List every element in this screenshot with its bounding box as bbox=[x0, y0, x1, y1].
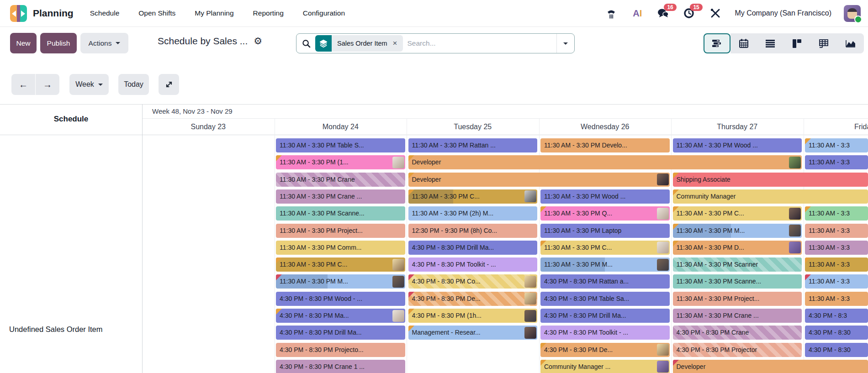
view-list-button[interactable] bbox=[757, 33, 784, 53]
shift-pill[interactable]: 12:30 PM - 9:30 PM (8h) Co... bbox=[408, 224, 538, 238]
shift-pill[interactable]: 4:30 PM - 8:30 PM Toolkit - ... bbox=[408, 257, 538, 272]
view-calendar-button[interactable] bbox=[730, 33, 757, 53]
view-gantt-button[interactable] bbox=[704, 33, 730, 53]
view-graph-button[interactable] bbox=[837, 33, 864, 53]
tools-debug-icon[interactable] bbox=[709, 6, 722, 20]
gantt-row-label[interactable]: Undefined Sales Order Item bbox=[9, 325, 103, 334]
shift-pill[interactable]: 11:30 AM - 3:30 PM Scanner bbox=[673, 257, 802, 272]
shift-pill[interactable]: 4:30 PM - 8:30 PM Co... bbox=[408, 274, 538, 289]
shift-pill[interactable]: 4:30 PM - 8:30 PM De... bbox=[408, 292, 538, 306]
search-bar[interactable]: Sales Order Item × Search... bbox=[296, 33, 575, 53]
shift-pill[interactable]: 11:30 AM - 3:30 PM Scanne... bbox=[673, 274, 802, 289]
search-options-toggle[interactable] bbox=[556, 34, 574, 53]
shift-pill[interactable]: 4:30 PM - 8:30 PM Projecto... bbox=[276, 343, 405, 357]
user-avatar[interactable] bbox=[844, 5, 861, 22]
shift-pill[interactable]: 11:30 AM - 3:3 bbox=[805, 206, 868, 221]
new-button[interactable]: New bbox=[10, 33, 37, 53]
shift-pill[interactable]: 4:30 PM - 8:30 PM Toolkit - ... bbox=[540, 326, 670, 340]
messages-icon[interactable]: 16 bbox=[656, 6, 670, 20]
shift-pill[interactable]: 11:30 AM - 3:30 PM Crane ... bbox=[673, 309, 802, 323]
menu-reporting[interactable]: Reporting bbox=[253, 9, 284, 17]
shift-pill[interactable]: 11:30 AM - 3:30 PM Project... bbox=[673, 292, 802, 306]
unpublished-corner-icon bbox=[276, 155, 282, 161]
shift-pill[interactable]: 11:30 AM - 3:3 bbox=[805, 257, 868, 272]
shift-pill[interactable]: 11:30 AM - 3:30 PM Rattan ... bbox=[408, 138, 538, 152]
shift-pill[interactable]: Management - Resear... bbox=[408, 326, 538, 340]
shift-pill[interactable]: 4:30 PM - 8:30 bbox=[805, 343, 868, 357]
shift-pill[interactable]: 4:30 PM - 8:30 PM Drill Ma... bbox=[408, 241, 538, 255]
shift-pill[interactable]: 11:30 AM - 3:30 PM Crane ... bbox=[276, 189, 405, 204]
shift-pill[interactable]: 11:30 AM - 3:30 PM C... bbox=[408, 189, 538, 204]
shift-pill[interactable]: 4:30 PM - 8:30 PM Drill Ma... bbox=[540, 309, 670, 323]
shift-pill[interactable]: 4:30 PM - 8:30 PM Crane bbox=[673, 326, 802, 340]
menu-open-shifts[interactable]: Open Shifts bbox=[138, 9, 175, 17]
shift-pill[interactable]: Developer bbox=[408, 155, 802, 169]
next-week-button[interactable]: → bbox=[36, 74, 59, 95]
shift-pill[interactable]: 11:30 AM - 3:30 PM Laptop bbox=[540, 224, 670, 238]
app-name[interactable]: Planning bbox=[33, 8, 74, 19]
shift-pill[interactable]: 4:30 PM - 8:30 PM De... bbox=[540, 343, 670, 357]
shift-pill[interactable]: 11:30 AM - 3:3 bbox=[805, 274, 868, 289]
actions-dropdown[interactable]: Actions bbox=[80, 33, 128, 53]
shift-pill[interactable]: 11:30 AM - 3:30 PM Comm... bbox=[276, 241, 405, 255]
search-input-area[interactable]: Sales Order Item × Search... bbox=[296, 34, 556, 53]
shift-pill[interactable]: 11:30 AM - 3:30 PM (1... bbox=[276, 155, 405, 169]
shift-pill[interactable]: 11:30 AM - 3:30 PM Wood ... bbox=[673, 138, 802, 152]
shift-pill[interactable]: Community Manager ... bbox=[540, 360, 670, 373]
shift-pill[interactable]: 4:30 PM - 8:30 PM Drill Ma... bbox=[276, 326, 405, 340]
expand-button[interactable] bbox=[159, 74, 179, 95]
shift-pill[interactable]: 11:30 AM - 3:30 PM Q... bbox=[540, 206, 670, 221]
view-pivot-button[interactable] bbox=[810, 33, 837, 53]
voip-phone-icon[interactable] bbox=[604, 6, 618, 20]
shift-pill[interactable]: 11:30 AM - 3:3 bbox=[805, 292, 868, 306]
shift-pill[interactable]: 11:30 AM - 3:30 PM D... bbox=[673, 241, 802, 255]
shift-pill[interactable]: 11:30 AM - 3:30 PM Scanne... bbox=[276, 206, 405, 221]
shift-pill[interactable]: Developer bbox=[673, 360, 868, 373]
shift-pill[interactable]: 11:30 AM - 3:30 PM M... bbox=[673, 224, 802, 238]
shift-pill[interactable]: 11:30 AM - 3:30 PM Table S... bbox=[276, 138, 405, 152]
expand-icon bbox=[165, 80, 173, 89]
shift-pill[interactable]: 11:30 AM - 3:3 bbox=[805, 138, 868, 152]
shift-pill[interactable]: 4:30 PM - 8:3 bbox=[805, 309, 868, 323]
publish-button[interactable]: Publish bbox=[40, 33, 77, 53]
range-dropdown[interactable]: Week bbox=[69, 74, 109, 95]
prev-week-button[interactable]: ← bbox=[11, 74, 35, 95]
company-switcher[interactable]: My Company (San Francisco) bbox=[735, 9, 831, 17]
shift-pill[interactable]: 4:30 PM - 8:30 bbox=[805, 326, 868, 340]
shift-pill-label: 11:30 AM - 3:3 bbox=[809, 138, 866, 152]
shift-pill[interactable]: 11:30 AM - 3:30 PM M... bbox=[276, 274, 405, 289]
shift-pill[interactable]: 11:30 AM - 3:30 PM C... bbox=[540, 241, 670, 255]
shift-pill[interactable]: 11:30 AM - 3:30 PM Wood ... bbox=[540, 189, 670, 204]
shift-pill[interactable]: 4:30 PM - 8:30 PM Projector bbox=[673, 343, 802, 357]
shift-pill[interactable]: 11:30 AM - 3:30 PM Project... bbox=[276, 224, 405, 238]
shift-pill[interactable]: 11:30 AM - 3:30 PM (2h) M... bbox=[408, 206, 538, 221]
menu-configuration[interactable]: Configuration bbox=[303, 9, 345, 17]
shift-pill[interactable]: 11:30 AM - 3:30 PM C... bbox=[276, 257, 405, 272]
shift-pill[interactable]: 11:30 AM - 3:3 bbox=[805, 155, 868, 169]
shift-pill-label: 11:30 AM - 3:3 bbox=[809, 155, 866, 169]
shift-pill[interactable]: 4:30 PM - 8:30 PM (1h... bbox=[408, 309, 538, 323]
shift-pill[interactable]: 4:30 PM - 8:30 PM Crane 1 ... bbox=[276, 360, 405, 373]
shift-pill[interactable]: 11:30 AM - 3:30 PM Crane bbox=[276, 173, 405, 187]
shift-pill[interactable]: 4:30 PM - 8:30 PM Ma... bbox=[276, 309, 405, 323]
gear-icon[interactable]: ⚙ bbox=[254, 36, 262, 47]
shift-pill[interactable]: Shipping Associate bbox=[673, 173, 868, 187]
shift-pill[interactable]: Community Manager bbox=[673, 189, 868, 204]
shift-pill[interactable]: 11:30 AM - 3:3 bbox=[805, 241, 868, 255]
shift-pill[interactable]: 11:30 AM - 3:30 PM M... bbox=[540, 257, 670, 272]
view-kanban-button[interactable] bbox=[784, 33, 811, 53]
menu-my-planning[interactable]: My Planning bbox=[195, 9, 233, 17]
today-button[interactable]: Today bbox=[118, 74, 149, 95]
ai-icon[interactable]: AI bbox=[630, 6, 644, 20]
shift-pill[interactable]: Developer bbox=[408, 173, 670, 187]
activities-icon[interactable]: 15 bbox=[683, 6, 696, 20]
shift-pill[interactable]: 11:30 AM - 3:30 PM Develo... bbox=[540, 138, 670, 152]
shift-pill[interactable]: 11:30 AM - 3:3 bbox=[805, 224, 868, 238]
shift-pill[interactable]: 4:30 PM - 8:30 PM Wood - ... bbox=[276, 292, 405, 306]
shift-pill[interactable]: 11:30 AM - 3:30 PM C... bbox=[673, 206, 802, 221]
facet-close-icon[interactable]: × bbox=[391, 35, 403, 52]
menu-schedule[interactable]: Schedule bbox=[90, 9, 120, 17]
shift-pill[interactable]: 4:30 PM - 8:30 PM Table Sa... bbox=[540, 292, 670, 306]
shift-pill[interactable]: 4:30 PM - 8:30 PM Rattan a... bbox=[540, 274, 670, 289]
planning-app-icon[interactable] bbox=[10, 5, 27, 22]
